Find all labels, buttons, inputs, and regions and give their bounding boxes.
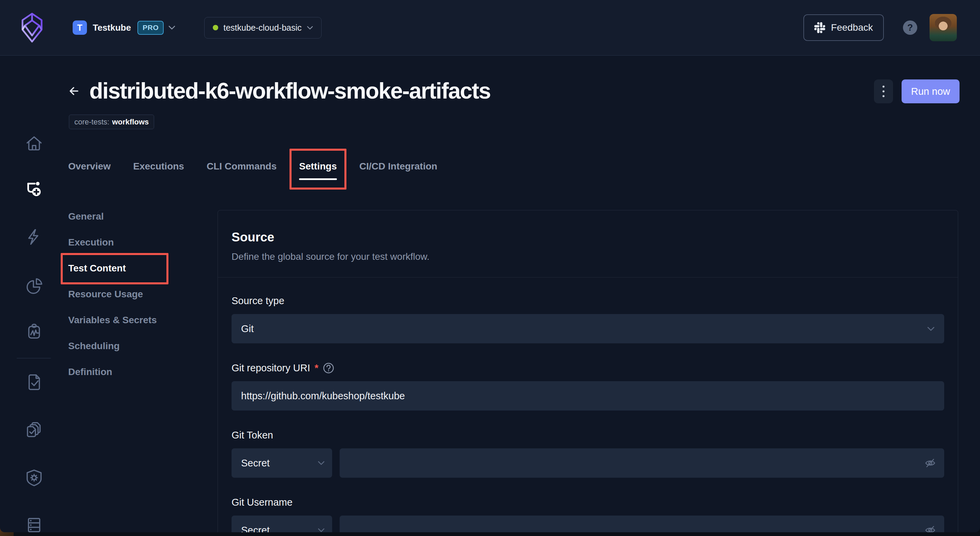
- sidebar-item-test-workflows[interactable]: [24, 179, 44, 199]
- tab-cli-commands[interactable]: CLI Commands: [207, 160, 277, 173]
- git-uri-field: [232, 381, 944, 410]
- pie-chart-icon: [24, 276, 44, 296]
- git-token-label: Git Token: [232, 429, 273, 441]
- chevron-down-icon: [318, 528, 325, 532]
- eye-off-icon[interactable]: [924, 458, 936, 469]
- environment-selector[interactable]: testkube-cloud-basic: [204, 17, 321, 38]
- feedback-label: Feedback: [831, 22, 873, 33]
- source-type-select[interactable]: Git: [232, 314, 944, 344]
- more-actions-button[interactable]: [874, 80, 893, 103]
- source-card-subtitle: Define the global source for your test w…: [232, 251, 944, 262]
- testkube-logo-icon[interactable]: [20, 12, 45, 43]
- subnav-item-variables-secrets[interactable]: Variables & Secrets: [68, 314, 157, 326]
- chevron-down-icon: [318, 461, 325, 465]
- environment-name: testkube-cloud-basic: [223, 23, 301, 33]
- eye-off-icon[interactable]: [924, 525, 936, 532]
- subnav-item-test-content[interactable]: Test Content: [68, 262, 157, 274]
- chevron-down-icon: [927, 327, 935, 331]
- sidebar-item-status-pages[interactable]: [24, 321, 44, 341]
- subnav-item-execution[interactable]: Execution: [68, 237, 157, 248]
- documents-stack-check-icon: [24, 419, 44, 439]
- source-card-title: Source: [232, 230, 944, 245]
- source-type-group: Source type Git: [232, 295, 944, 344]
- git-username-label: Git Username: [232, 497, 293, 508]
- sidebar-item-executors[interactable]: [24, 515, 44, 532]
- sidebar-divider: [17, 358, 51, 358]
- sidebar-item-triggers[interactable]: [24, 227, 44, 247]
- tab-overview[interactable]: Overview: [68, 160, 111, 173]
- subnav-item-scheduling[interactable]: Scheduling: [68, 340, 157, 352]
- git-repository-uri-input[interactable]: [232, 381, 944, 410]
- git-uri-group: Git repository URI *: [232, 363, 944, 410]
- org-name: Testkube: [93, 22, 131, 33]
- chevron-down-icon: [307, 26, 313, 30]
- workflow-label-badge: core-tests: workflows: [69, 115, 154, 129]
- chevron-down-icon[interactable]: [169, 25, 175, 30]
- git-token-mode-select[interactable]: Secret: [232, 449, 332, 478]
- settings-subnav: General Execution Test Content Resource …: [68, 211, 157, 378]
- run-now-button[interactable]: Run now: [902, 80, 959, 103]
- lightning-icon: [24, 227, 44, 247]
- subnav-item-general[interactable]: General: [68, 211, 157, 222]
- back-button[interactable]: [67, 84, 82, 99]
- sidebar: [0, 56, 67, 532]
- user-avatar[interactable]: [929, 14, 957, 41]
- plan-badge: PRO: [137, 21, 164, 35]
- slack-icon: [814, 22, 825, 33]
- source-type-label: Source type: [232, 295, 285, 307]
- env-status-dot-icon: [213, 25, 218, 30]
- test-workflow-add-icon: [24, 179, 44, 199]
- subnav-item-definition[interactable]: Definition: [68, 366, 157, 378]
- git-username-group: Git Username Secret: [232, 497, 944, 532]
- git-username-mode-value: Secret: [241, 525, 270, 533]
- sidebar-item-webhooks[interactable]: [24, 468, 44, 488]
- server-rack-icon: [24, 515, 44, 532]
- git-token-field: [340, 449, 944, 478]
- shield-gear-icon: [24, 468, 44, 488]
- sidebar-item-tests[interactable]: [24, 372, 44, 392]
- home-icon: [24, 134, 44, 153]
- sidebar-item-test-suites[interactable]: [24, 419, 44, 439]
- label-value: workflows: [112, 118, 149, 127]
- required-asterisk: *: [314, 363, 318, 374]
- document-check-icon: [24, 372, 44, 392]
- tab-settings[interactable]: Settings: [299, 160, 337, 173]
- org-switcher[interactable]: T Testkube PRO: [73, 21, 175, 35]
- git-username-input[interactable]: [340, 515, 944, 532]
- kebab-dot: [883, 86, 885, 87]
- topbar: T Testkube PRO testkube-cloud-basic Feed…: [0, 0, 980, 56]
- tab-cicd-integration[interactable]: CI/CD Integration: [360, 160, 438, 173]
- health-monitor-icon: [24, 321, 44, 341]
- tab-executions[interactable]: Executions: [133, 160, 184, 173]
- help-button[interactable]: ?: [903, 21, 917, 35]
- feedback-button[interactable]: Feedback: [803, 14, 884, 41]
- git-uri-label: Git repository URI: [232, 363, 310, 374]
- git-token-mode-value: Secret: [241, 458, 270, 469]
- app-window: T Testkube PRO testkube-cloud-basic Feed…: [0, 0, 980, 532]
- arrow-left-icon: [67, 84, 81, 98]
- sidebar-item-home[interactable]: [24, 134, 44, 153]
- card-divider: [218, 277, 958, 278]
- page-title: distributed-k6-workflow-smoke-artifacts: [89, 78, 490, 103]
- workflow-tabs: Overview Executions CLI Commands Setting…: [68, 160, 437, 173]
- org-avatar[interactable]: T: [73, 21, 87, 35]
- git-token-input[interactable]: [340, 449, 944, 478]
- source-settings-card: Source Define the global source for your…: [218, 210, 958, 532]
- git-token-group: Git Token Secret: [232, 429, 944, 478]
- source-type-value: Git: [241, 323, 254, 334]
- question-mark-icon: ?: [907, 22, 913, 33]
- git-username-field: [340, 515, 944, 532]
- label-key: core-tests:: [74, 118, 110, 127]
- subnav-item-resource-usage[interactable]: Resource Usage: [68, 288, 157, 300]
- sidebar-item-insights[interactable]: [24, 276, 44, 296]
- git-username-mode-select[interactable]: Secret: [232, 515, 332, 532]
- help-circle-icon[interactable]: [323, 363, 334, 374]
